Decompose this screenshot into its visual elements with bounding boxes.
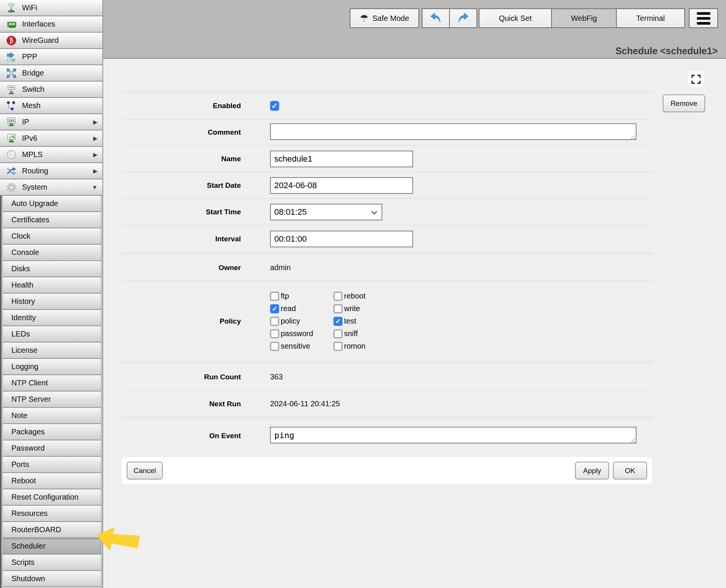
sidebar-subitem-clock[interactable]: Clock [3, 228, 101, 245]
sidebar-subitem-label: Resources [11, 509, 48, 518]
on-event-input[interactable]: ping [270, 427, 636, 443]
name-label: Name [122, 155, 241, 163]
policy-option-reboot[interactable]: reboot [333, 292, 421, 301]
sidebar-subitem-scripts[interactable]: Scripts [3, 555, 101, 571]
sidebar-item-mpls[interactable]: MPLS ▶ [0, 147, 102, 163]
sidebar-subitem-auto-upgrade[interactable]: Auto Upgrade [3, 196, 101, 212]
tab-webfig[interactable]: WebFig [551, 8, 617, 28]
sidebar-subitem-leds[interactable]: LEDs [3, 326, 101, 343]
chevron-right-icon: ▶ [93, 168, 97, 175]
sidebar-item-wireguard[interactable]: WireGuard [0, 33, 102, 49]
interval-input[interactable] [270, 231, 413, 247]
enabled-checkbox[interactable] [270, 101, 279, 111]
policy-option-romon[interactable]: romon [333, 342, 421, 351]
main-content: Remove Enabled Comment Name Start Date S… [103, 59, 726, 588]
chevron-right-icon: ▶ [93, 135, 97, 142]
policy-option-sensitive[interactable]: sensitive [270, 342, 333, 351]
policy-checkbox-reboot[interactable] [333, 292, 343, 301]
sidebar-subitem-label: LEDs [11, 330, 30, 338]
ok-button[interactable]: OK [613, 462, 647, 480]
sidebar-item-mesh[interactable]: Mesh [0, 98, 102, 114]
sidebar-item-label: MPLS [22, 150, 42, 159]
sidebar-subitem-reboot[interactable]: Reboot [3, 473, 101, 489]
sidebar-subitem-identity[interactable]: Identity [3, 310, 101, 326]
sidebar-item-label: Switch [22, 85, 44, 94]
sidebar-subitem-console[interactable]: Console [3, 245, 101, 261]
policy-checkbox-write[interactable] [333, 304, 343, 313]
sidebar-item-ipv6[interactable]: 6 IPv6 ▶ [0, 130, 102, 147]
sidebar-subitem-resources[interactable]: Resources [3, 506, 101, 522]
sidebar-subitem-reset-configuration[interactable]: Reset Configuration [3, 489, 101, 506]
start-date-input[interactable] [270, 177, 413, 194]
undo-redo-group [422, 8, 477, 28]
policy-checkbox-password[interactable] [270, 329, 279, 338]
name-input[interactable] [270, 151, 413, 167]
policy-checkbox-ftp[interactable] [270, 292, 279, 301]
sidebar-subitem-packages[interactable]: Packages [3, 424, 101, 440]
sidebar-item-interfaces[interactable]: Interfaces [0, 16, 102, 33]
policy-checkbox-policy[interactable] [270, 317, 279, 326]
policy-option-write[interactable]: write [333, 304, 421, 313]
sidebar-item-bridge[interactable]: Bridge [0, 65, 102, 82]
sidebar-item-routing[interactable]: Routing ▶ [0, 163, 102, 179]
sidebar-item-switch[interactable]: Switch [0, 82, 102, 98]
comment-input[interactable] [270, 123, 636, 140]
undo-button[interactable] [422, 8, 450, 28]
sidebar-subitem-shutdown[interactable]: Shutdown [3, 571, 101, 587]
sidebar-subitem-history[interactable]: History [3, 294, 101, 310]
menu-button[interactable] [689, 8, 718, 28]
next-run-value: 2024-06-11 20:41:25 [270, 399, 340, 408]
tab-quick-set[interactable]: Quick Set [479, 8, 552, 28]
policy-checkbox-sniff[interactable] [333, 329, 343, 338]
sidebar-subitem-label: Clock [11, 232, 30, 241]
sidebar-subitem-certificates[interactable]: Certificates [3, 212, 101, 228]
policy-checkbox-romon[interactable] [333, 342, 343, 351]
redo-button[interactable] [449, 8, 477, 28]
policy-checkbox-sensitive[interactable] [270, 342, 279, 351]
sidebar-subitem-label: Password [11, 444, 45, 453]
policy-option-test[interactable]: test [333, 317, 421, 326]
policy-label: test [344, 317, 356, 325]
policy-grid: ftp read policy password sensitive reboo… [270, 292, 421, 351]
ip-icon: 255 [6, 116, 17, 128]
policy-checkbox-read[interactable] [270, 304, 279, 313]
enabled-row: Enabled [122, 92, 654, 119]
sidebar-subitem-logging[interactable]: Logging [3, 359, 101, 375]
policy-checkbox-test[interactable] [333, 317, 343, 326]
sidebar-subitem-ports[interactable]: Ports [3, 457, 101, 473]
sidebar-subitem-label: Disks [11, 264, 30, 273]
apply-button[interactable]: Apply [575, 462, 609, 480]
sidebar-subitem-ntp-client[interactable]: NTP Client [3, 375, 101, 391]
sidebar-item-system[interactable]: System ▼ [0, 179, 102, 196]
tab-terminal[interactable]: Terminal [616, 8, 685, 28]
fullscreen-button[interactable] [688, 71, 704, 87]
sidebar-subitem-label: Identity [11, 313, 36, 322]
policy-label: sensitive [281, 342, 310, 351]
sidebar-item-ip[interactable]: 255 IP ▶ [0, 114, 102, 130]
svg-text:255: 255 [8, 118, 14, 123]
sidebar-subitem-label: Health [11, 281, 33, 289]
fullscreen-icon [690, 74, 702, 85]
cancel-button[interactable]: Cancel [127, 462, 163, 480]
sidebar-subitem-ntp-server[interactable]: NTP Server [3, 391, 101, 408]
policy-option-password[interactable]: password [270, 329, 333, 338]
sidebar-item-ppp[interactable]: PPP [0, 49, 102, 65]
policy-option-sniff[interactable]: sniff [333, 329, 421, 338]
sidebar-subitem-health[interactable]: Health [3, 277, 101, 294]
ppp-icon [6, 51, 17, 63]
sidebar-subitem-password[interactable]: Password [3, 440, 101, 457]
sidebar-item-label: Mesh [22, 101, 41, 110]
routing-icon [6, 165, 17, 177]
policy-option-policy[interactable]: policy [270, 317, 333, 326]
policy-option-read[interactable]: read [270, 304, 333, 313]
sidebar-subitem-scheduler[interactable]: Scheduler [3, 538, 101, 555]
sidebar-subitem-disks[interactable]: Disks [3, 261, 101, 277]
start-time-select[interactable]: 08:01:25 [270, 204, 382, 220]
remove-button[interactable]: Remove [663, 94, 705, 112]
sidebar-item-wifi[interactable]: WiFi [0, 0, 102, 16]
policy-option-ftp[interactable]: ftp [270, 292, 333, 301]
sidebar-subitem-note[interactable]: Note [3, 408, 101, 424]
safe-mode-button[interactable]: ☂ Safe Mode [350, 8, 419, 28]
sidebar-subitem-routerboard[interactable]: RouterBOARD [3, 522, 101, 538]
sidebar-subitem-license[interactable]: License [3, 343, 101, 359]
